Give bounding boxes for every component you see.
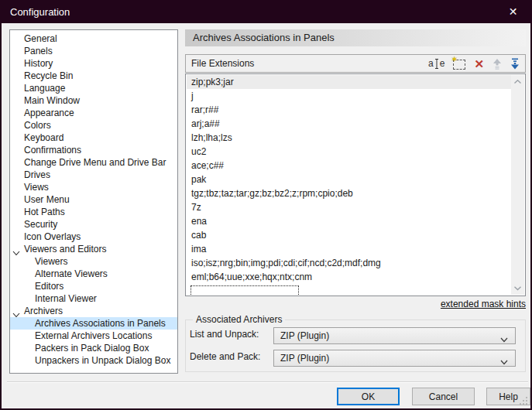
sidebar-item-label: Panels	[24, 46, 53, 56]
move-down-icon[interactable]	[510, 56, 520, 70]
cancel-button[interactable]: Cancel	[412, 388, 475, 405]
sidebar-item-viewers-and-editors[interactable]: Viewers and Editors	[10, 243, 177, 255]
sidebar-item-external-archivers-locations[interactable]: External Archivers Locations	[10, 330, 177, 342]
sidebar-item-label: User Menu	[24, 194, 70, 205]
close-icon[interactable]: ✕	[496, 0, 530, 23]
chevron-down-icon	[500, 357, 508, 367]
sidebar-item-label: Viewers	[35, 256, 67, 267]
page-title: Archives Associations in Panels	[185, 29, 526, 46]
sidebar-item-label: History	[24, 58, 53, 69]
sidebar-item-main-window[interactable]: Main Window	[10, 94, 177, 107]
list-item[interactable]: pak	[187, 173, 511, 186]
sidebar-item-user-menu[interactable]: User Menu	[10, 193, 177, 206]
list-item[interactable]: tgz;tbz;taz;tar;gz;bz;bz2;z;rpm;cpio;deb	[187, 186, 511, 200]
list-item[interactable]: uc2	[187, 145, 511, 159]
list-item[interactable]: cab	[187, 228, 511, 242]
sidebar-item-packers-in-pack-dialog-box[interactable]: Packers in Pack Dialog Box	[10, 342, 177, 354]
sidebar-item-hot-paths[interactable]: Hot Paths	[10, 206, 177, 218]
chevron-down-icon	[500, 334, 508, 345]
list-scrollbar[interactable]	[511, 75, 524, 295]
list-item[interactable]: ima	[187, 242, 511, 256]
resize-grip[interactable]	[519, 396, 527, 405]
file-extensions-rows: zip;pk3;jarjrar;r##arj;a##lzh;lha;lzsuc2…	[187, 75, 511, 295]
sidebar-item-internal-viewer[interactable]: Internal Viewer	[10, 292, 177, 305]
sidebar-tree: GeneralPanelsHistoryRecycle BinLanguageM…	[9, 29, 178, 374]
window-title: Configuration	[2, 6, 70, 18]
sidebar-item-label: Views	[24, 182, 49, 193]
sidebar-item-label: Viewers and Editors	[24, 244, 107, 255]
delete-and-pack-select[interactable]: ZIP (Plugin)	[273, 350, 516, 367]
ok-button[interactable]: OK	[337, 388, 400, 405]
associated-archivers-group: Associated Archivers List and Unpack: ZI…	[185, 319, 526, 372]
list-item[interactable]: j	[187, 89, 511, 103]
sidebar-item-archivers[interactable]: Archivers	[10, 305, 177, 317]
sidebar-item-history[interactable]: History	[10, 57, 177, 70]
sidebar-item-archives-associations-in-panels[interactable]: Archives Associations in Panels	[10, 317, 177, 330]
sidebar-item-recycle-bin[interactable]: Recycle Bin	[10, 70, 177, 82]
sidebar-item-icon-overlays[interactable]: Icon Overlays	[10, 231, 177, 243]
list-item[interactable]: rar;r##	[187, 103, 511, 117]
sidebar-item-unpackers-in-unpack-dialog-box[interactable]: Unpackers in Unpack Dialog Box	[10, 354, 177, 367]
file-extensions-toolbar: File Extensions ae ✶ ✕	[185, 54, 526, 73]
file-extensions-label: File Extensions	[191, 58, 420, 69]
sidebar-item-label: Keyboard	[24, 132, 63, 143]
sidebar-item-label: Drives	[24, 169, 50, 180]
sidebar-item-label: Archives Associations in Panels	[35, 318, 166, 329]
sidebar-item-label: Hot Paths	[24, 207, 65, 217]
file-extensions-list: zip;pk3;jarjrar;r##arj;a##lzh;lha;lzsuc2…	[185, 73, 526, 296]
configuration-dialog: Configuration ✕ GeneralPanelsHistoryRecy…	[0, 0, 532, 410]
list-item[interactable]: eml;b64;uue;xxe;hqx;ntx;cnm	[187, 270, 511, 284]
new-item-icon[interactable]: ✶	[453, 56, 465, 70]
list-item[interactable]: 7z	[187, 200, 511, 214]
associated-archivers-title: Associated Archivers	[193, 314, 285, 325]
sidebar-item-alternate-viewers[interactable]: Alternate Viewers	[10, 268, 177, 280]
sidebar-item-security[interactable]: Security	[10, 218, 177, 231]
chevron-down-icon[interactable]	[12, 247, 20, 252]
extended-mask-hints-link[interactable]: extended mask hints	[185, 299, 526, 309]
sidebar-item-views[interactable]: Views	[10, 181, 177, 193]
sidebar-item-label: Editors	[35, 281, 63, 292]
sidebar-item-colors[interactable]: Colors	[10, 119, 177, 132]
list-item[interactable]: arj;a##	[187, 117, 511, 131]
footer-divider	[7, 381, 528, 383]
sidebar-item-change-drive-menu-and-drive-bar[interactable]: Change Drive Menu and Drive Bar	[10, 156, 177, 169]
sidebar-item-label: Colors	[24, 120, 51, 131]
list-item[interactable]: ace;c##	[187, 159, 511, 173]
move-up-icon[interactable]	[493, 56, 502, 70]
sidebar-item-label: Alternate Viewers	[35, 268, 108, 279]
new-extension-input[interactable]	[190, 285, 299, 295]
sidebar-item-label: Icon Overlays	[24, 231, 81, 242]
delete-icon[interactable]: ✕	[474, 56, 484, 70]
sidebar-item-label: Archivers	[24, 306, 63, 316]
scroll-up-icon[interactable]	[511, 75, 524, 88]
sidebar-item-label: External Archivers Locations	[35, 330, 152, 341]
sidebar-item-language[interactable]: Language	[10, 82, 177, 94]
sidebar-item-label: Recycle Bin	[24, 70, 73, 81]
delete-and-pack-value: ZIP (Plugin)	[280, 353, 329, 364]
list-item[interactable]: lzh;lha;lzs	[187, 131, 511, 145]
sidebar-item-viewers[interactable]: Viewers	[10, 255, 177, 268]
sidebar-item-confirmations[interactable]: Confirmations	[10, 144, 177, 156]
sidebar-item-label: Change Drive Menu and Drive Bar	[24, 157, 166, 168]
sidebar-item-general[interactable]: General	[10, 32, 177, 45]
sidebar-item-drives[interactable]: Drives	[10, 169, 177, 181]
list-and-unpack-select[interactable]: ZIP (Plugin)	[273, 327, 516, 344]
sidebar-item-label: Confirmations	[24, 145, 81, 155]
titlebar: Configuration ✕	[2, 0, 530, 23]
sidebar-item-label: Security	[24, 219, 57, 230]
list-and-unpack-label: List and Unpack:	[190, 329, 259, 340]
sidebar-item-label: Main Window	[24, 95, 80, 106]
chevron-down-icon[interactable]	[12, 309, 20, 314]
sidebar-item-appearance[interactable]: Appearance	[10, 107, 177, 119]
sidebar-item-editors[interactable]: Editors	[10, 280, 177, 292]
sidebar-item-label: Language	[24, 83, 65, 94]
rename-icon[interactable]: ae	[428, 56, 444, 70]
sidebar-item-panels[interactable]: Panels	[10, 45, 177, 57]
list-item[interactable]: ena	[187, 214, 511, 228]
list-item[interactable]: zip;pk3;jar	[187, 75, 511, 89]
sidebar-item-label: Appearance	[24, 108, 74, 118]
scroll-down-icon[interactable]	[511, 282, 524, 295]
delete-and-pack-label: Delete and Pack:	[190, 351, 260, 362]
list-item[interactable]: iso;isz;nrg;bin;img;pdi;cdi;cif;ncd;c2d;…	[187, 256, 511, 270]
sidebar-item-keyboard[interactable]: Keyboard	[10, 132, 177, 144]
